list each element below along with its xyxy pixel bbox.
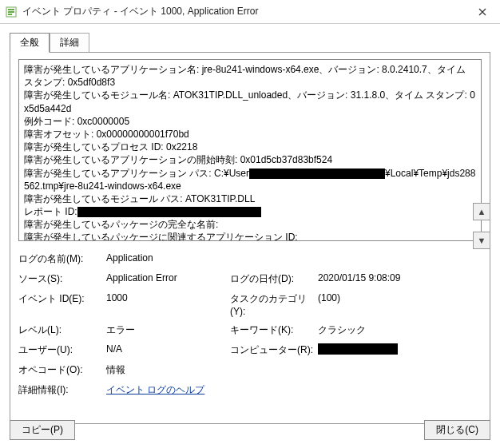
tab-details[interactable]: 詳細 [50,33,89,53]
eventid-value: 1000 [106,292,230,317]
desc-line: 障害が発生しているモジュール パス: ATOK31TIP.DLL [24,192,476,205]
moreinfo-label: 詳細情報(I): [18,383,106,397]
nav-arrows: ▲ ▼ [473,203,490,249]
svg-rect-3 [8,14,12,15]
redacted-path [249,168,385,179]
prev-event-button[interactable]: ▲ [473,203,490,220]
tab-row: 全般 詳細 [0,24,500,52]
arrow-up-icon: ▲ [478,207,486,216]
level-label: レベル(L): [18,323,106,337]
event-description-box[interactable]: 障害が発生しているアプリケーション名: jre-8u241-windows-x6… [18,59,482,241]
taskcat-value: (100) [318,292,438,317]
tab-body: 障害が発生しているアプリケーション名: jre-8u241-windows-x6… [10,52,490,424]
redacted-computer [318,343,398,355]
opcode-label: オペコード(O): [18,363,106,377]
desc-line: 障害が発生しているパッケージに関連するアプリケーション ID: [24,231,476,241]
redacted-reportid [77,207,261,217]
svg-rect-1 [8,9,14,10]
desc-line: レポート ID: [24,205,476,218]
date-value: 2020/01/15 9:08:09 [318,272,438,286]
tab-general[interactable]: 全般 [10,33,50,53]
arrow-down-icon: ▼ [478,236,486,245]
level-value: エラー [106,323,230,337]
computer-label: コンピューター(R): [230,343,318,357]
window-close-button[interactable] [464,0,500,24]
desc-line: 障害が発生しているアプリケーション名: jre-8u241-windows-x6… [24,63,476,89]
copy-button[interactable]: コピー(P) [10,420,75,440]
desc-line: 障害が発生しているプロセス ID: 0x2218 [24,141,476,153]
source-value: Application Error [106,272,230,286]
computer-value [318,343,438,357]
eventid-label: イベント ID(E): [18,292,106,317]
user-label: ユーザー(U): [18,343,106,357]
desc-line: 障害が発生しているパッケージの完全な名前: [24,218,476,231]
desc-line: 障害が発生しているアプリケーションの開始時刻: 0x01d5cb37d83bf5… [24,153,476,166]
app-icon [5,6,18,18]
desc-text: レポート ID: [24,206,77,217]
next-event-button[interactable]: ▼ [473,232,490,249]
desc-line: 障害オフセット: 0x00000000001f70bd [24,128,476,141]
opcode-value: 情報 [106,363,230,377]
svg-rect-2 [8,11,14,13]
desc-line: 例外コード: 0xc0000005 [24,115,476,128]
titlebar: イベント プロパティ - イベント 1000, Application Erro… [0,0,500,24]
desc-text: 障害が発生しているアプリケーション パス: C:¥User [24,168,249,179]
date-label: ログの日付(D): [230,272,318,286]
taskcat-label: タスクのカテゴリ(Y): [230,292,318,317]
dialog-button-row: コピー(P) 閉じる(C) [10,420,490,440]
window-title: イベント プロパティ - イベント 1000, Application Erro… [22,5,464,18]
keywords-label: キーワード(K): [230,323,318,337]
keywords-value: クラシック [318,323,438,337]
source-label: ソース(S): [18,272,106,286]
user-value: N/A [106,343,230,357]
close-button[interactable]: 閉じる(C) [424,420,490,440]
properties-grid: ログの名前(M): Application ソース(S): Applicatio… [18,252,482,397]
log-name-value: Application [106,252,230,266]
eventlog-help-link[interactable]: イベント ログのヘルプ [106,383,230,397]
desc-line: 障害が発生しているモジュール名: ATOK31TIP.DLL_unloaded、… [24,89,476,114]
desc-line: 障害が発生しているアプリケーション パス: C:¥User¥Local¥Temp… [24,167,476,192]
log-name-label: ログの名前(M): [18,252,106,266]
